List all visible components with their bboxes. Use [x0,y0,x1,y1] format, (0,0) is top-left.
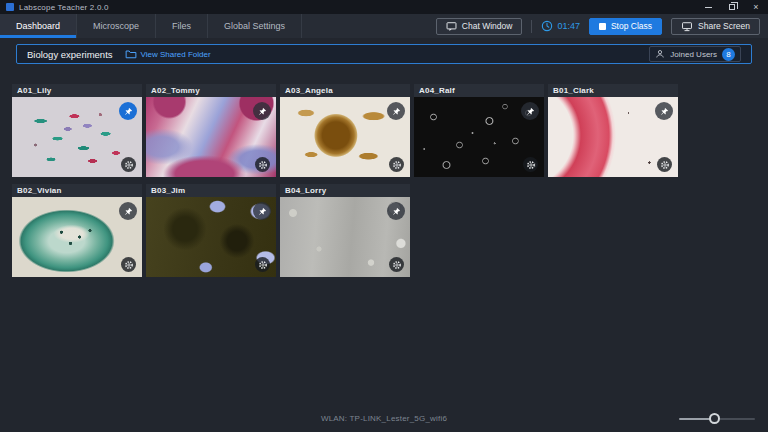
pin-button[interactable] [521,102,539,120]
tab-global-settings[interactable]: Global Settings [208,14,302,38]
student-name: A02_Tommy [151,86,200,95]
microscope-stream[interactable] [280,197,410,277]
window-controls: × [702,1,762,13]
chat-window-button[interactable]: Chat Window [436,18,523,35]
pin-icon [124,107,133,116]
wlan-status: WLAN: TP-LINK_Lester_5G_wifi6 [0,414,768,423]
microscope-stream[interactable] [280,97,410,177]
student-tile-a04-ralf[interactable]: A04_Ralf [414,84,544,177]
student-name: A03_Angela [285,86,333,95]
share-screen-label: Share Screen [698,21,750,31]
user-icon [655,49,665,59]
gear-icon [392,160,402,170]
student-tile-b04-lorry[interactable]: B04_Lorry [280,184,410,277]
settings-button[interactable] [389,257,404,272]
settings-button[interactable] [255,157,270,172]
slider-thumb[interactable] [709,413,720,424]
class-timer: 01:47 [541,20,580,32]
tile-header: B01_Clark [548,84,678,97]
minimize-button[interactable] [702,1,714,13]
app-window: Labscope Teacher 2.0.0 × Dashboard Micro… [0,0,768,432]
pin-icon [392,207,401,216]
chat-window-label: Chat Window [462,21,513,31]
settings-button[interactable] [523,157,538,172]
minimize-icon [705,7,712,8]
pin-icon [660,107,669,116]
stop-icon [599,23,606,30]
restore-button[interactable] [726,1,738,13]
microscope-stream[interactable] [12,97,142,177]
tab-label: Files [172,21,191,31]
gear-icon [258,160,268,170]
gear-icon [258,260,268,270]
joined-users-count-badge: 8 [722,48,735,61]
app-logo-icon [6,3,14,11]
gear-icon [526,160,536,170]
chat-icon [446,21,457,32]
microscope-stream[interactable] [12,197,142,277]
restore-icon [729,4,735,10]
tab-dashboard[interactable]: Dashboard [0,14,77,38]
title-bar: Labscope Teacher 2.0.0 × [0,0,768,14]
student-tile-b01-clark[interactable]: B01_Clark [548,84,678,177]
student-name: B01_Clark [553,86,594,95]
stop-class-label: Stop Class [611,21,652,31]
student-name: B03_Jim [151,186,185,195]
settings-button[interactable] [657,157,672,172]
student-tile-a03-angela[interactable]: A03_Angela [280,84,410,177]
pin-button[interactable] [387,202,405,220]
session-toolbar: Chat Window 01:47 Stop Class Share Scree… [436,17,760,35]
settings-button[interactable] [121,257,136,272]
tile-header: B04_Lorry [280,184,410,197]
pin-button[interactable] [119,202,137,220]
joined-users-label: Joined Users [670,50,717,59]
pin-button[interactable] [119,102,137,120]
tile-header: A02_Tommy [146,84,276,97]
settings-button[interactable] [255,257,270,272]
tile-header: B03_Jim [146,184,276,197]
microscope-stream[interactable] [548,97,678,177]
screen-share-icon [681,21,693,32]
gear-icon [124,260,134,270]
microscope-stream[interactable] [146,197,276,277]
view-shared-folder-link[interactable]: View Shared Folder [125,49,211,59]
class-name: Biology experiments [27,49,113,60]
close-button[interactable]: × [750,1,762,13]
joined-users[interactable]: Joined Users 8 [649,46,741,62]
timer-value: 01:47 [557,21,580,31]
tile-size-slider[interactable] [679,410,755,428]
settings-button[interactable] [121,157,136,172]
toolbar-divider [531,20,532,33]
student-grid: A01_Lily A02_Tommy A03_Angela A04_Ralf [12,84,682,277]
pin-button[interactable] [387,102,405,120]
pin-icon [258,107,267,116]
pin-icon [124,207,133,216]
pin-icon [258,207,267,216]
tab-files[interactable]: Files [156,14,208,38]
student-tile-b03-jim[interactable]: B03_Jim [146,184,276,277]
stop-class-button[interactable]: Stop Class [589,18,662,35]
class-banner: Biology experiments View Shared Folder J… [16,44,752,64]
student-name: A04_Ralf [419,86,455,95]
tab-label: Global Settings [224,21,285,31]
window-title: Labscope Teacher 2.0.0 [19,3,109,12]
share-screen-button[interactable]: Share Screen [671,18,760,35]
pin-button[interactable] [655,102,673,120]
tile-header: A03_Angela [280,84,410,97]
settings-button[interactable] [389,157,404,172]
clock-icon [541,20,553,32]
pin-button[interactable] [253,202,271,220]
tile-header: B02_Vivian [12,184,142,197]
pin-icon [392,107,401,116]
student-tile-a01-lily[interactable]: A01_Lily [12,84,142,177]
microscope-stream[interactable] [414,97,544,177]
gear-icon [392,260,402,270]
microscope-stream[interactable] [146,97,276,177]
gear-icon [660,160,670,170]
student-tile-a02-tommy[interactable]: A02_Tommy [146,84,276,177]
pin-icon [526,107,535,116]
student-name: A01_Lily [17,86,52,95]
student-tile-b02-vivian[interactable]: B02_Vivian [12,184,142,277]
tab-microscope[interactable]: Microscope [77,14,156,38]
pin-button[interactable] [253,102,271,120]
